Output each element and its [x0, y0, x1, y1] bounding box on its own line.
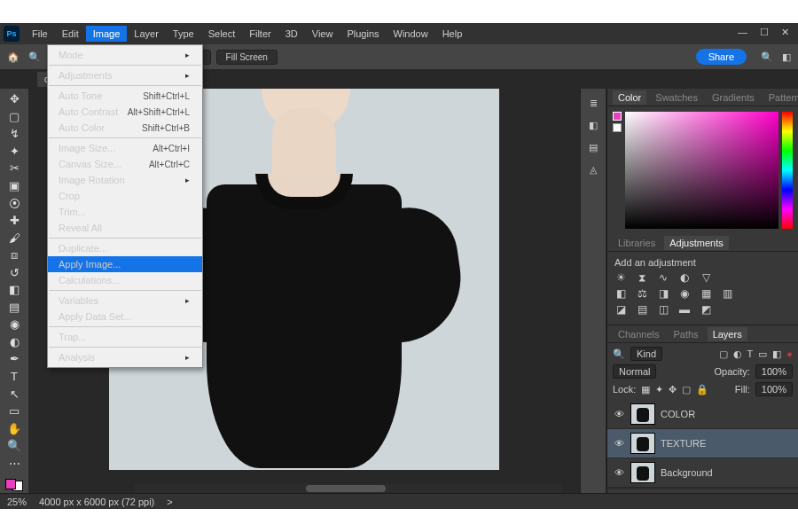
- visibility-icon[interactable]: 👁: [613, 467, 625, 478]
- fill-screen-button[interactable]: Fill Screen: [216, 50, 278, 65]
- brightness-icon[interactable]: ☀: [614, 271, 627, 284]
- lock-artboard-icon[interactable]: ▢: [682, 384, 691, 395]
- blur-tool[interactable]: ◉: [2, 316, 27, 333]
- foreground-color[interactable]: [5, 479, 16, 489]
- icon-strip-1[interactable]: ≣: [590, 98, 598, 109]
- move-tool[interactable]: ✥: [2, 90, 27, 108]
- heal-tool[interactable]: ✚: [2, 212, 27, 230]
- menuitem-auto-contrast[interactable]: Auto ContrastAlt+Shift+Ctrl+L: [48, 104, 202, 120]
- link-layers-icon[interactable]: ⌀: [691, 491, 697, 493]
- menuitem-calculations[interactable]: Calculations...: [48, 272, 202, 288]
- layer-name[interactable]: COLOR: [661, 409, 695, 419]
- menuitem-reveal-all[interactable]: Reveal All: [48, 220, 202, 236]
- lock-pixels-icon[interactable]: ✦: [655, 384, 663, 395]
- new-fill-icon[interactable]: ◉: [735, 491, 744, 493]
- mask-icon[interactable]: ◐: [719, 491, 728, 493]
- layer-thumb[interactable]: [630, 462, 655, 483]
- zoom-level[interactable]: 25%: [7, 497, 27, 507]
- new-layer-icon[interactable]: ⊞: [768, 491, 776, 493]
- lock-all-icon[interactable]: ▦: [641, 384, 650, 395]
- filter-adjust-icon[interactable]: ◐: [733, 348, 742, 360]
- opacity-value[interactable]: 100%: [755, 364, 793, 379]
- pen-tool[interactable]: ✒: [2, 350, 27, 368]
- visibility-icon[interactable]: 👁: [613, 409, 625, 419]
- menuitem-image-rotation[interactable]: Image Rotation▸: [48, 172, 202, 188]
- dodge-tool[interactable]: ◐: [2, 333, 27, 351]
- maximize-button[interactable]: ☐: [760, 27, 769, 38]
- delete-layer-icon[interactable]: 🗑: [783, 492, 793, 494]
- menu-help[interactable]: Help: [435, 26, 470, 42]
- workspace-icon[interactable]: ◧: [782, 51, 791, 63]
- menuitem-variables[interactable]: Variables▸: [48, 293, 202, 309]
- path-tool[interactable]: ↖: [2, 385, 27, 403]
- channel-mixer-icon[interactable]: ▦: [700, 287, 712, 300]
- filter-toggle[interactable]: ●: [786, 348, 793, 359]
- layer-filter-kind[interactable]: Kind: [630, 347, 662, 361]
- color-picker[interactable]: [607, 106, 798, 234]
- lock-icon[interactable]: 🔒: [696, 384, 708, 395]
- eyedropper-tool[interactable]: ⦿: [2, 194, 27, 212]
- fg-swatch-icon[interactable]: [613, 112, 622, 121]
- close-button[interactable]: ✕: [781, 27, 789, 38]
- vibrance-icon[interactable]: ▽: [700, 271, 712, 284]
- edit-toolbar[interactable]: ⋯: [2, 454, 27, 472]
- bw-icon[interactable]: ◨: [657, 287, 669, 300]
- minimize-button[interactable]: —: [738, 27, 747, 38]
- visibility-icon[interactable]: 👁: [613, 438, 625, 449]
- menu-select[interactable]: Select: [201, 26, 243, 42]
- brush-tool[interactable]: 🖌: [2, 229, 27, 246]
- home-icon[interactable]: 🏠: [5, 49, 21, 65]
- tab-swatches[interactable]: Swatches: [650, 90, 703, 105]
- frame-tool[interactable]: ▣: [2, 177, 27, 195]
- layer-thumb[interactable]: [630, 433, 655, 454]
- layer-row[interactable]: 👁 Background: [607, 458, 798, 488]
- menu-file[interactable]: File: [25, 26, 55, 42]
- blend-mode-select[interactable]: Normal: [613, 364, 656, 379]
- tab-patterns[interactable]: Patterns: [763, 90, 798, 105]
- shape-tool[interactable]: ▭: [2, 403, 27, 420]
- filter-type-icon[interactable]: T: [747, 348, 754, 359]
- posterize-icon[interactable]: ▤: [636, 303, 648, 316]
- search-icon[interactable]: 🔍: [761, 51, 773, 63]
- layer-thumb[interactable]: [630, 403, 655, 425]
- menu-plugins[interactable]: Plugins: [340, 26, 386, 42]
- crop-tool[interactable]: ✂: [2, 160, 27, 177]
- group-icon[interactable]: 🗀: [751, 492, 761, 494]
- lasso-tool[interactable]: ↯: [2, 125, 27, 143]
- fx-icon[interactable]: fx: [704, 492, 712, 494]
- eraser-tool[interactable]: ◧: [2, 281, 27, 299]
- filter-smart-icon[interactable]: ◧: [772, 348, 781, 360]
- marquee-tool[interactable]: ▢: [2, 108, 27, 126]
- levels-icon[interactable]: ⧗: [636, 271, 648, 284]
- saturation-value-field[interactable]: [625, 112, 778, 229]
- icon-strip-2[interactable]: ◧: [589, 120, 598, 131]
- icon-strip-4[interactable]: ◬: [590, 164, 597, 176]
- layer-name[interactable]: Background: [661, 467, 713, 478]
- menu-view[interactable]: View: [305, 26, 340, 42]
- chevron-right-icon[interactable]: >: [167, 497, 172, 507]
- menu-type[interactable]: Type: [166, 26, 201, 42]
- tab-channels[interactable]: Channels: [613, 327, 664, 341]
- lock-position-icon[interactable]: ✥: [669, 384, 677, 395]
- menuitem-auto-color[interactable]: Auto ColorShift+Ctrl+B: [48, 120, 202, 136]
- menu-layer[interactable]: Layer: [127, 26, 166, 42]
- tab-layers[interactable]: Layers: [708, 327, 747, 341]
- menuitem-adjustments[interactable]: Adjustments▸: [48, 67, 202, 83]
- history-brush-tool[interactable]: ↺: [2, 263, 27, 281]
- menuitem-canvas-size[interactable]: Canvas Size...Alt+Ctrl+C: [48, 156, 202, 172]
- type-tool[interactable]: T: [2, 368, 27, 386]
- bg-swatch-icon[interactable]: [613, 123, 622, 132]
- menuitem-image-size[interactable]: Image Size...Alt+Ctrl+I: [48, 140, 202, 156]
- search-tool-icon[interactable]: 🔍: [27, 49, 43, 65]
- hue-slider[interactable]: [782, 112, 793, 229]
- hue-sat-icon[interactable]: ◧: [614, 287, 627, 300]
- invert-icon[interactable]: ◪: [614, 303, 627, 316]
- menu-3d[interactable]: 3D: [278, 26, 305, 42]
- layer-row[interactable]: 👁 TEXTURE: [607, 429, 798, 458]
- menuitem-analysis[interactable]: Analysis▸: [48, 349, 202, 365]
- menuitem-auto-tone[interactable]: Auto ToneShift+Ctrl+L: [48, 88, 202, 104]
- stamp-tool[interactable]: ⧈: [2, 246, 27, 264]
- menuitem-apply-image[interactable]: Apply Image...: [48, 256, 202, 272]
- exposure-icon[interactable]: ◐: [678, 271, 691, 284]
- fill-value[interactable]: 100%: [755, 382, 793, 396]
